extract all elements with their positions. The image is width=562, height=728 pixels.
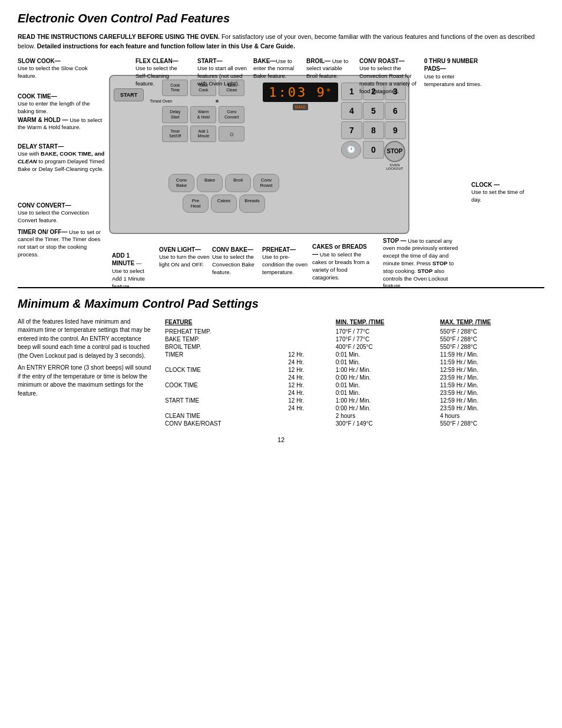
cell-max: 23:59 Hr./ Min. (440, 404, 544, 412)
col-hr-header (288, 318, 336, 328)
table-row: 24 Hr. 0:00 Hr./ Min. 23:59 Hr./ Min. (165, 404, 544, 412)
stop-bottom-label: STOP — Use to cancel any oven mode previ… (383, 237, 462, 291)
cell-max: 12:59 Hr./ Min. (440, 397, 544, 404)
conv-convert-button[interactable]: ConvConvert (219, 106, 244, 123)
min-max-title: Minimum & Maximum Control Pad Settings (18, 297, 544, 311)
warm-hold-button[interactable]: Warm& Hold (190, 106, 216, 123)
flex-clean-label: FLEX CLEAN—Use to select the Self-Cleani… (135, 57, 189, 88)
cell-feature (165, 358, 288, 366)
timer-on-off-label: TIMER ON/ OFF— Use to set or cancel the … (18, 228, 105, 259)
num-5-button[interactable]: 5 (363, 102, 384, 120)
cell-feature: CLOCK TIME (165, 366, 288, 374)
cell-min: 0:01 Min. (336, 351, 440, 358)
cell-hr: 24 Hr. (288, 374, 336, 381)
start-button[interactable]: START (114, 88, 144, 101)
num-9-button[interactable]: 9 (385, 121, 406, 139)
cell-hr (288, 328, 336, 335)
cell-min: 1:00 Hr./ Min. (336, 397, 440, 404)
cell-feature: TIMER (165, 351, 288, 358)
settings-table-container: FEATURE MIN. TEMP. /TIME MAX. TEMP. /TIM… (165, 318, 544, 427)
num-0-button[interactable]: 0 (363, 141, 384, 159)
table-row: CLOCK TIME 12 Hr. 1:00 Hr./ Min. 12:59 H… (165, 366, 544, 374)
preheat-button[interactable]: PreHeat (183, 195, 209, 213)
min-max-section: Minimum & Maximum Control Pad Settings A… (18, 287, 544, 427)
num-4-button[interactable]: 4 (341, 102, 362, 120)
cell-max: 550°F / 288°C (440, 328, 544, 335)
cell-hr: 12 Hr. (288, 366, 336, 374)
cell-feature: PREHEAT TEMP. (165, 328, 288, 335)
cell-max: 550°F / 288°C (440, 335, 544, 343)
broil-button[interactable]: Broil (225, 174, 251, 192)
cell-min: 0:00 Hr./ Min. (336, 404, 440, 412)
cell-hr (288, 335, 336, 343)
broil-top-label: BROIL— Use to select variable Broil feat… (306, 57, 353, 80)
cell-min: 1:00 Hr./ Min. (336, 366, 440, 374)
col-min-header: MIN. TEMP. /TIME (336, 318, 440, 328)
conv-bake-button[interactable]: ConvBake (168, 174, 194, 192)
slow-cook-label: SLOW COOK— Use to select the Slow Cook f… (18, 57, 105, 80)
num-8-button[interactable]: 8 (363, 121, 384, 139)
oven-diagram-wrapper: SLOW COOK— Use to select the Slow Cook f… (18, 57, 544, 281)
cell-feature: COOK TIME (165, 381, 288, 389)
num-6-button[interactable]: 6 (385, 102, 406, 120)
table-row: START TIME 12 Hr. 1:00 Hr./ Min. 12:59 H… (165, 397, 544, 404)
conv-roast-button[interactable]: ConvRoast (253, 174, 279, 192)
cell-min: 170°F / 77°C (336, 328, 440, 335)
cakes-button[interactable]: Cakes (211, 195, 237, 213)
cell-hr: 12 Hr. (288, 351, 336, 358)
timer-setoff-button[interactable]: TimerSet/Off (162, 126, 188, 142)
stop-button[interactable]: STOP (384, 141, 405, 162)
intro-para1: All of the features listed have minimum … (18, 318, 153, 361)
oven-light-button[interactable]: ☼ (219, 126, 244, 141)
cell-feature: START TIME (165, 397, 288, 404)
cell-hr: 24 Hr. (288, 389, 336, 397)
cell-feature (165, 404, 288, 412)
cell-feature (165, 389, 288, 397)
clock-button[interactable]: 🕐 (341, 141, 361, 159)
read-instructions-bold: READ THE INSTRUCTIONS CAREFULLY BEFORE U… (18, 33, 220, 40)
num-7-button[interactable]: 7 (341, 121, 362, 139)
conv-convert-label: CONV CONVERT— Use to select the Convecti… (18, 202, 105, 225)
col-max-header: MAX. TEMP. /TIME (440, 318, 544, 328)
cell-min: 300°F / 149°C (336, 420, 440, 427)
cell-feature: BROIL TEMP. (165, 343, 288, 351)
cell-min: 0:01 Min. (336, 358, 440, 366)
table-row: 24 Hr. 0:01 Min. 11:59 Hr./ Min. (165, 358, 544, 366)
delay-start-label: DELAY START— Use with BAKE, COOK TIME, a… (18, 143, 105, 173)
detailed-instructions-bold: Detailed instructions for each feature a… (37, 42, 295, 50)
bake-top-label: BAKE—Use to enter the normal Bake featur… (253, 57, 300, 80)
table-row: CLEAN TIME 2 hours 4 hours (165, 412, 544, 420)
conv-bake-bottom-label: CONV BAKE—Use to select the Convection B… (212, 246, 262, 276)
cell-hr: 12 Hr. (288, 397, 336, 404)
cell-hr: 24 Hr. (288, 404, 336, 412)
cell-feature: CONV BAKE/ROAST (165, 420, 288, 427)
oven-lockout-text: OVENLOCKOUT (386, 163, 403, 170)
cook-time-label: COOK TIME— Use to enter the length of th… (18, 93, 105, 116)
cell-feature: BAKE TEMP. (165, 335, 288, 343)
cell-max: 12:59 Hr./ Min. (440, 366, 544, 374)
oven-control-panel: START CookTime SlowCook FlexClean Timed … (109, 75, 409, 234)
table-row: 24 Hr. 0:00 Hr./ Min. 23:59 Hr./ Min. (165, 374, 544, 381)
cell-max: 23:59 Hr./ Min. (440, 374, 544, 381)
cell-max: 550°F / 288°C (440, 343, 544, 351)
min-max-layout: All of the features listed have minimum … (18, 318, 544, 427)
cell-min: 0:01 Min. (336, 381, 440, 389)
table-row: 24 Hr. 0:01 Min. 23:59 Hr./ Min. (165, 389, 544, 397)
cell-feature: CLEAN TIME (165, 412, 288, 420)
cell-max: 23:59 Hr./ Min. (440, 389, 544, 397)
cell-min: 2 hours (336, 412, 440, 420)
settings-table: FEATURE MIN. TEMP. /TIME MAX. TEMP. /TIM… (165, 318, 544, 427)
page-title: Electronic Oven Control Pad Features (18, 12, 544, 25)
cell-max: 4 hours (440, 412, 544, 420)
breads-button[interactable]: Breads (239, 195, 265, 213)
table-row: COOK TIME 12 Hr. 0:01 Min. 11:59 Hr./ Mi… (165, 381, 544, 389)
cakes-breads-bottom-label: CAKES or BREADS— Use to select the cakes… (312, 243, 371, 282)
cell-max: 550°F / 288°C (440, 420, 544, 427)
bake-button[interactable]: Bake (197, 174, 223, 192)
add1min-button[interactable]: Add 1Minute (190, 126, 216, 142)
delay-start-button[interactable]: DelayStart (162, 106, 188, 123)
cell-min: 0:00 Hr./ Min. (336, 374, 440, 381)
start-top-label: START—Use to start all oven features (no… (197, 57, 250, 88)
oven-display: 1:03 9✳ (263, 83, 338, 102)
top-section: READ THE INSTRUCTIONS CAREFULLY BEFORE U… (18, 32, 544, 51)
